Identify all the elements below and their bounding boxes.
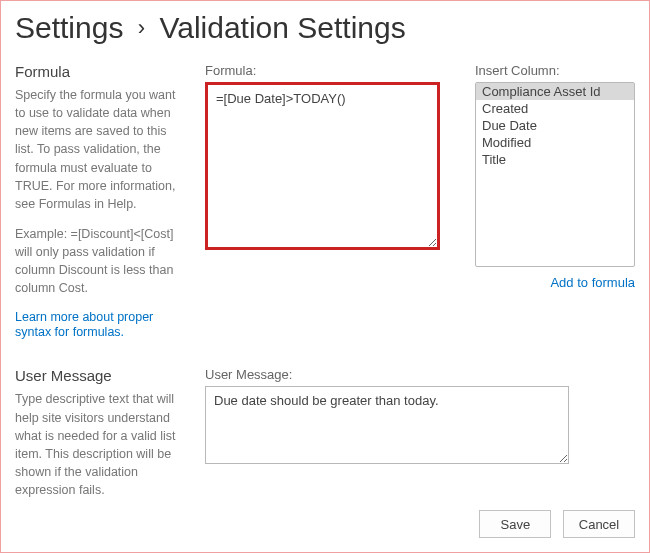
formula-description-1: Specify the formula you want to use to v… xyxy=(15,86,187,213)
page-title: Validation Settings xyxy=(159,11,405,44)
learn-more-link[interactable]: Learn more about proper syntax for formu… xyxy=(15,310,153,339)
formula-field-label: Formula: xyxy=(205,63,457,78)
cancel-button[interactable]: Cancel xyxy=(563,510,635,538)
breadcrumb: Settings › Validation Settings xyxy=(15,1,635,63)
chevron-right-icon: › xyxy=(138,15,145,40)
formula-description-2: Example: =[Discount]<[Cost] will only pa… xyxy=(15,225,187,298)
formula-section: Formula Specify the formula you want to … xyxy=(15,63,635,339)
breadcrumb-settings-link[interactable]: Settings xyxy=(15,11,123,44)
column-option[interactable]: Modified xyxy=(476,134,634,151)
formula-input[interactable] xyxy=(205,82,440,250)
column-option[interactable]: Created xyxy=(476,100,634,117)
user-message-heading: User Message xyxy=(15,367,187,384)
user-message-section: User Message Type descriptive text that … xyxy=(15,367,635,511)
user-message-input[interactable] xyxy=(205,386,569,464)
add-to-formula-link[interactable]: Add to formula xyxy=(475,275,635,290)
formula-heading: Formula xyxy=(15,63,187,80)
column-option[interactable]: Title xyxy=(476,151,634,168)
user-message-description: Type descriptive text that will help sit… xyxy=(15,390,187,499)
column-option[interactable]: Due Date xyxy=(476,117,634,134)
save-button[interactable]: Save xyxy=(479,510,551,538)
user-message-field-label: User Message: xyxy=(205,367,635,382)
button-bar: Save Cancel xyxy=(471,510,635,538)
insert-column-list[interactable]: Compliance Asset IdCreatedDue DateModifi… xyxy=(475,82,635,267)
insert-column-label: Insert Column: xyxy=(475,63,635,78)
column-option[interactable]: Compliance Asset Id xyxy=(476,83,634,100)
